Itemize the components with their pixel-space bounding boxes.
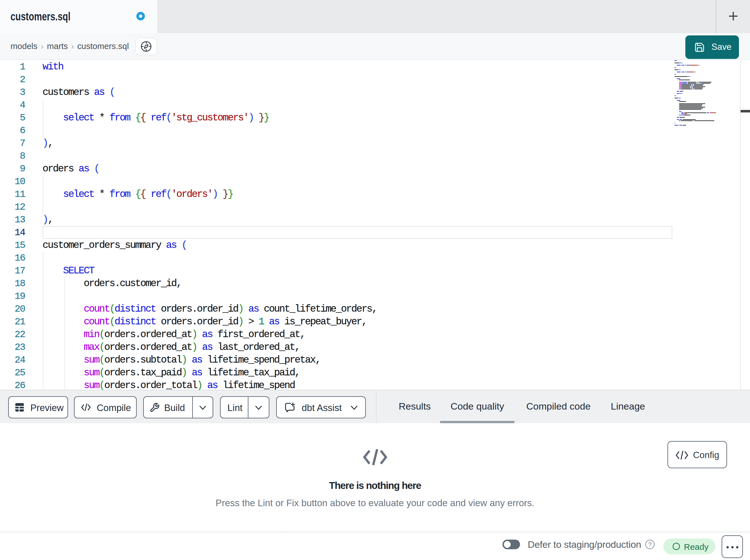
svg-text:?: ? — [648, 541, 652, 547]
